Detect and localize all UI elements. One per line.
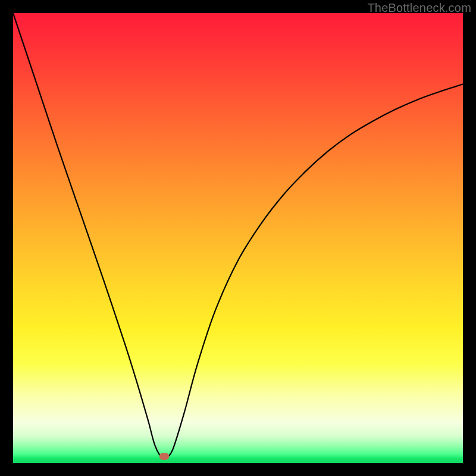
chart-frame: TheBottleneck.com bbox=[0, 0, 476, 476]
bottleneck-curve bbox=[13, 13, 463, 463]
plot-area bbox=[13, 13, 463, 463]
optimal-point-marker bbox=[159, 453, 169, 460]
